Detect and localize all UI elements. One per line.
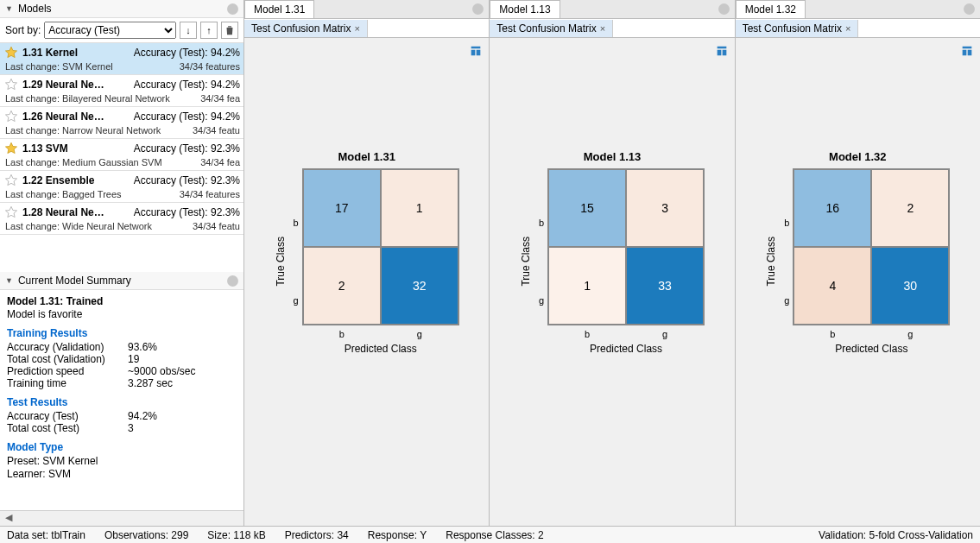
confusion-matrix: 171232 [302,168,459,325]
xlabel: Predicted Class [547,343,705,355]
model-last-change: Last change: SVM Kernel [5,61,180,72]
model-tab[interactable]: Model 1.13 [490,0,560,18]
status-size: Size: 118 kB [207,529,265,541]
models-panel-header[interactable]: ▼ Models [0,0,243,18]
xlabel: Predicted Class [793,343,950,355]
model-item-1.22[interactable]: 1.22 Ensemble Accuracy (Test): 92.3% Las… [0,171,243,203]
ylabel: True Class [275,237,287,287]
pane-tabs: Model 1.32 [736,0,980,19]
cost-test-value: 3 [128,422,134,434]
matrix-cell: 1 [548,247,626,325]
model-type-title: Model Type [7,441,237,453]
model-accuracy: Accuracy (Test): 94.2% [134,47,240,59]
model-tab[interactable]: Model 1.32 [736,0,806,18]
matrix-cell: 3 [626,169,704,247]
chart-title: Model 1.13 [498,150,725,163]
pane-menu-icon[interactable] [472,3,484,15]
star-icon[interactable] [3,109,19,124]
confusion-matrix-tab[interactable]: Test Confusion Matrix × [736,20,859,37]
model-accuracy: Accuracy (Test): 92.3% [134,206,240,218]
model-features: 34/34 featu [193,125,240,136]
model-features: 34/34 features [180,61,240,72]
pane-tabs: Model 1.13 [490,0,734,19]
speed-label: Prediction speed [7,365,128,377]
summary-title: Current Model Summary [18,275,227,287]
pane-menu-icon[interactable] [964,3,975,15]
star-icon[interactable] [3,205,19,220]
dock-icon[interactable] [714,43,730,59]
cost-test-label: Total cost (Test) [7,422,128,434]
matrix-cell: 17 [303,169,381,247]
subtabs: Test Confusion Matrix × [490,19,734,38]
nav-back[interactable]: ◀ [0,510,243,526]
model-item-1.31[interactable]: 1.31 Kernel Accuracy (Test): 94.2% Last … [0,43,243,75]
model-item-1.13[interactable]: 1.13 SVM Accuracy (Test): 92.3% Last cha… [0,139,243,171]
status-classes: Response Classes: 2 [446,529,543,541]
sort-select[interactable]: Accuracy (Test) [44,22,176,39]
confusion-matrix: 162430 [793,168,950,325]
model-item-1.26[interactable]: 1.26 Neural Ne… Accuracy (Test): 94.2% L… [0,107,243,139]
cost-val-value: 19 [128,353,139,365]
dock-icon[interactable] [959,43,975,59]
matrix-cell: 30 [871,247,949,325]
star-icon[interactable] [3,45,19,60]
model-name: 1.29 Neural Ne… [22,79,130,91]
model-last-change: Last change: Medium Gaussian SVM [5,157,200,167]
sort-up-button[interactable]: ↑ [200,22,218,39]
model-item-1.28[interactable]: 1.28 Neural Ne… Accuracy (Test): 92.3% L… [0,203,243,235]
model-accuracy: Accuracy (Test): 94.2% [134,110,240,123]
yticks: bg [784,184,789,339]
panel-menu-icon[interactable] [227,3,238,15]
sort-down-button[interactable]: ↓ [180,22,197,39]
close-icon[interactable]: × [845,23,850,34]
matrix-cell: 15 [548,169,626,247]
model-features: 34/34 fea [200,157,240,167]
model-tab[interactable]: Model 1.31 [244,0,314,18]
summary-panel-header[interactable]: ▼ Current Model Summary [0,272,243,290]
pane-0: Model 1.31 Test Confusion Matrix × Model… [244,0,489,526]
star-icon[interactable] [3,77,19,92]
star-icon[interactable] [3,141,19,156]
xticks: bg [303,329,458,339]
model-name: 1.22 Ensemble [22,174,130,186]
confusion-matrix-tab[interactable]: Test Confusion Matrix × [490,20,613,37]
model-list[interactable]: 1.31 Kernel Accuracy (Test): 94.2% Last … [0,43,243,272]
pane-1: Model 1.13 Test Confusion Matrix × Model… [489,0,734,526]
cost-val-label: Total cost (Validation) [7,353,128,365]
acc-test-label: Accuracy (Test) [7,410,128,422]
model-name: 1.26 Neural Ne… [22,110,130,123]
dock-icon[interactable] [468,43,484,59]
model-name: 1.31 Kernel [22,47,130,59]
confusion-matrix: 153133 [547,168,705,325]
status-predictors: Predictors: 34 [285,529,349,541]
panes-container: Model 1.31 Test Confusion Matrix × Model… [244,0,980,526]
model-accuracy: Accuracy (Test): 92.3% [134,142,240,155]
plot-area: Model 1.32 True Class bg 162430 bg Predi… [736,38,980,526]
models-title: Models [18,3,227,15]
model-last-change: Last change: Wide Neural Network [5,221,193,231]
acc-test-value: 94.2% [128,410,157,422]
trash-icon [224,24,236,36]
pane-menu-icon[interactable] [718,3,730,15]
chart-title: Model 1.31 [253,150,480,163]
model-item-1.29[interactable]: 1.29 Neural Ne… Accuracy (Test): 94.2% L… [0,75,243,107]
delete-button[interactable] [221,22,238,39]
close-icon[interactable]: × [600,23,605,34]
model-last-change: Last change: Bilayered Neural Network [5,93,200,104]
xticks: bg [793,329,949,339]
close-icon[interactable]: × [354,23,359,34]
ylabel: True Class [520,237,532,287]
pane-2: Model 1.32 Test Confusion Matrix × Model… [735,0,980,526]
star-icon[interactable] [3,173,19,188]
xlabel: Predicted Class [302,343,459,355]
learner-line: Learner: SVM [7,468,237,480]
acc-val-label: Accuracy (Validation) [7,341,128,353]
confusion-matrix-tab[interactable]: Test Confusion Matrix × [244,20,368,37]
panel-menu-icon[interactable] [227,275,238,287]
summary-model-header: Model 1.31: Trained [7,295,103,307]
status-dataset: Data set: tblTrain [7,529,85,541]
model-features: 34/34 fea [200,93,240,104]
model-accuracy: Accuracy (Test): 92.3% [134,174,240,186]
time-value: 3.287 sec [128,377,173,389]
preset-line: Preset: SVM Kernel [7,455,237,467]
